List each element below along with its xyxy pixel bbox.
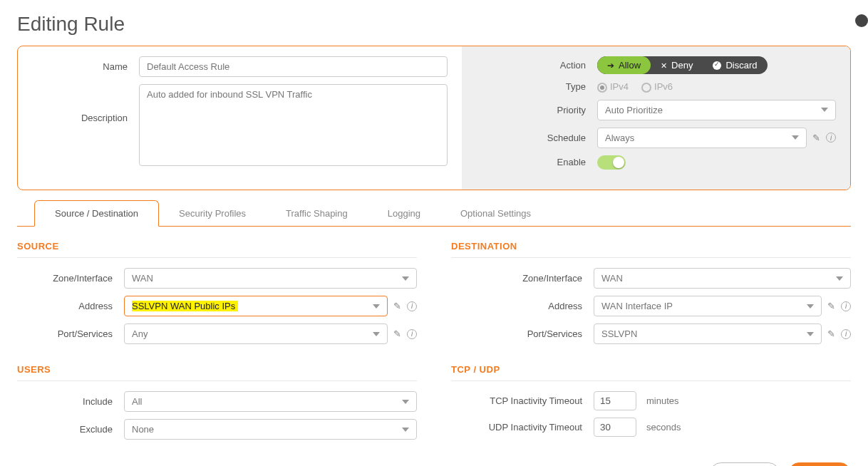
arrow-right-icon: ➔ bbox=[607, 61, 614, 71]
tab-source-destination[interactable]: Source / Destination bbox=[34, 200, 159, 227]
users-include-select[interactable]: All bbox=[124, 391, 417, 412]
users-include-label: Include bbox=[17, 396, 124, 407]
tab-optional-settings[interactable]: Optional Settings bbox=[440, 201, 551, 226]
pencil-icon[interactable] bbox=[827, 301, 835, 311]
type-ipv4-radio[interactable]: IPv4 bbox=[597, 81, 629, 93]
pencil-icon[interactable] bbox=[393, 328, 401, 339]
source-address-select[interactable]: SSLVPN WAN Public IPs bbox=[124, 296, 388, 316]
pencil-icon[interactable] bbox=[393, 301, 401, 311]
rule-summary-panel: Name Description Action ➔ Allow Deny bbox=[17, 46, 851, 190]
info-icon[interactable]: i bbox=[841, 329, 851, 339]
tcpudp-heading: TCP / UDP bbox=[451, 364, 851, 381]
users-exclude-label: Exclude bbox=[17, 424, 124, 435]
dest-zone-value: WAN bbox=[601, 273, 623, 284]
dest-address-select[interactable]: WAN Interface IP bbox=[594, 296, 822, 316]
info-icon[interactable]: i bbox=[407, 301, 417, 311]
enable-toggle[interactable] bbox=[597, 155, 626, 170]
pencil-icon[interactable] bbox=[812, 133, 820, 143]
priority-select[interactable]: Auto Prioritize bbox=[597, 100, 836, 120]
dest-address-value: WAN Interface IP bbox=[601, 301, 673, 311]
source-zone-label: Zone/Interface bbox=[17, 273, 124, 284]
tcp-timeout-unit: minutes bbox=[646, 395, 679, 406]
type-label: Type bbox=[476, 81, 597, 92]
source-port-value: Any bbox=[132, 328, 148, 339]
udp-timeout-input[interactable] bbox=[594, 418, 636, 437]
description-label: Description bbox=[32, 84, 139, 168]
radio-icon bbox=[597, 83, 607, 93]
tab-bar: Source / Destination Security Profiles T… bbox=[17, 200, 851, 227]
destination-heading: DESTINATION bbox=[451, 241, 851, 258]
schedule-select[interactable]: Always bbox=[597, 128, 807, 148]
name-label: Name bbox=[32, 61, 139, 72]
cancel-button[interactable]: Cancel bbox=[710, 462, 780, 466]
source-port-select[interactable]: Any bbox=[124, 323, 388, 344]
action-discard-label: Discard bbox=[725, 60, 757, 71]
page-title: Editing Rule bbox=[17, 13, 851, 36]
tab-traffic-shaping[interactable]: Traffic Shaping bbox=[266, 201, 368, 226]
source-address-label: Address bbox=[17, 301, 124, 311]
action-discard-button[interactable]: Discard bbox=[703, 56, 767, 74]
x-icon bbox=[661, 60, 667, 71]
udp-timeout-unit: seconds bbox=[646, 422, 681, 433]
type-ipv6-label: IPv6 bbox=[654, 81, 673, 92]
pencil-icon[interactable] bbox=[827, 328, 835, 339]
close-icon[interactable] bbox=[855, 14, 868, 27]
info-icon[interactable]: i bbox=[841, 301, 851, 311]
action-segmented: ➔ Allow Deny Discard bbox=[597, 56, 768, 74]
users-exclude-value: None bbox=[132, 424, 154, 435]
action-allow-label: Allow bbox=[619, 60, 641, 71]
source-zone-select[interactable]: WAN bbox=[124, 268, 417, 289]
source-port-label: Port/Services bbox=[17, 328, 124, 339]
tcp-timeout-label: TCP Inactivity Timeout bbox=[451, 395, 594, 406]
users-heading: USERS bbox=[17, 364, 417, 381]
source-address-value: SSLVPN WAN Public IPs bbox=[132, 301, 238, 311]
info-icon[interactable]: i bbox=[407, 329, 417, 339]
tab-security-profiles[interactable]: Security Profiles bbox=[159, 201, 266, 226]
tab-logging[interactable]: Logging bbox=[368, 201, 440, 226]
schedule-label: Schedule bbox=[476, 133, 597, 143]
dest-port-value: SSLVPN bbox=[601, 328, 637, 339]
action-deny-label: Deny bbox=[671, 60, 693, 71]
type-ipv4-label: IPv4 bbox=[610, 81, 629, 92]
info-icon[interactable]: i bbox=[826, 133, 836, 143]
shield-check-icon bbox=[713, 61, 721, 70]
source-heading: SOURCE bbox=[17, 241, 417, 258]
name-input[interactable] bbox=[139, 56, 448, 77]
action-allow-button[interactable]: ➔ Allow bbox=[597, 56, 651, 74]
priority-label: Priority bbox=[476, 105, 597, 115]
action-label: Action bbox=[476, 60, 597, 71]
udp-timeout-label: UDP Inactivity Timeout bbox=[451, 422, 594, 433]
dest-address-label: Address bbox=[451, 301, 594, 311]
users-include-value: All bbox=[132, 396, 142, 407]
action-deny-button[interactable]: Deny bbox=[651, 56, 703, 74]
dest-port-select[interactable]: SSLVPN bbox=[594, 323, 822, 344]
type-ipv6-radio[interactable]: IPv6 bbox=[641, 81, 673, 93]
description-input[interactable] bbox=[139, 84, 448, 166]
dest-zone-select[interactable]: WAN bbox=[594, 268, 851, 289]
source-zone-value: WAN bbox=[132, 273, 153, 284]
dest-zone-label: Zone/Interface bbox=[451, 273, 594, 284]
save-button[interactable]: Save bbox=[788, 462, 851, 466]
priority-value: Auto Prioritize bbox=[605, 105, 663, 115]
users-exclude-select[interactable]: None bbox=[124, 419, 417, 440]
radio-icon bbox=[641, 83, 651, 93]
schedule-value: Always bbox=[605, 133, 634, 143]
dest-port-label: Port/Services bbox=[451, 328, 594, 339]
tcp-timeout-input[interactable] bbox=[594, 391, 636, 410]
enable-label: Enable bbox=[476, 157, 597, 167]
